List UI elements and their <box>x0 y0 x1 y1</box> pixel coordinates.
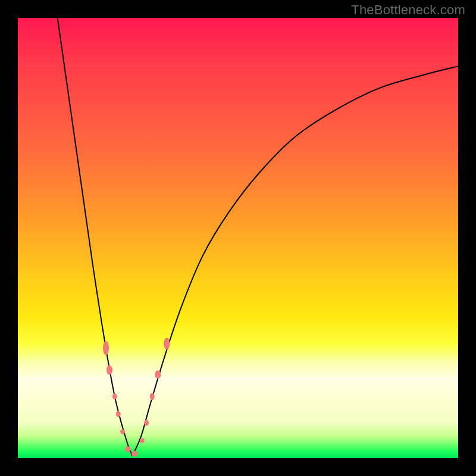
highlight-markers <box>103 338 170 457</box>
highlight-marker <box>155 370 161 378</box>
plot-area <box>18 18 458 458</box>
highlight-marker <box>150 393 155 400</box>
highlight-marker <box>140 438 145 443</box>
highlight-marker <box>144 420 149 426</box>
highlight-marker <box>120 430 125 434</box>
watermark-text: TheBottleneck.com <box>351 2 465 18</box>
curve-layer <box>18 18 458 458</box>
chart-frame: TheBottleneck.com <box>0 0 476 476</box>
highlight-marker <box>164 338 170 350</box>
highlight-marker <box>116 411 121 417</box>
left-branch-curve <box>58 18 133 456</box>
highlight-marker <box>103 341 109 355</box>
highlight-marker <box>125 446 131 452</box>
highlight-marker <box>112 393 117 399</box>
highlight-marker <box>131 451 137 457</box>
right-branch-curve <box>132 66 458 456</box>
highlight-marker <box>107 365 112 375</box>
